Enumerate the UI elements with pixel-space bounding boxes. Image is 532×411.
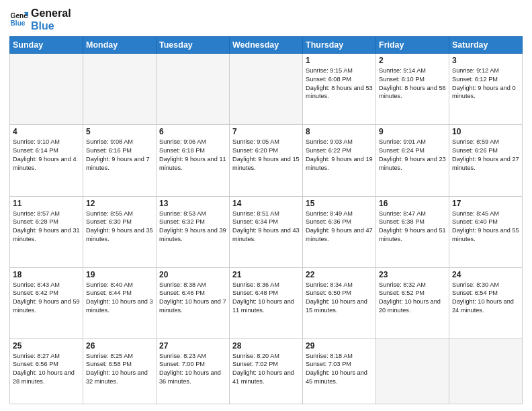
day-info: Sunrise: 8:43 AM Sunset: 6:42 PM Dayligh… (13, 281, 80, 315)
day-number: 14 (232, 199, 300, 208)
calendar-header-row: Sunday Monday Tuesday Wednesday Thursday… (10, 37, 523, 54)
day-info: Sunrise: 8:20 AM Sunset: 7:02 PM Dayligh… (232, 352, 300, 386)
table-row: 14Sunrise: 8:51 AM Sunset: 6:34 PM Dayli… (230, 196, 303, 267)
table-row: 16Sunrise: 8:47 AM Sunset: 6:38 PM Dayli… (376, 196, 449, 267)
day-number: 3 (452, 56, 519, 65)
day-number: 15 (306, 199, 373, 208)
col-wednesday: Wednesday (230, 37, 303, 54)
day-number: 11 (13, 199, 80, 208)
logo-blue: Blue (31, 19, 71, 32)
day-number: 23 (379, 270, 446, 279)
day-info: Sunrise: 8:25 AM Sunset: 6:58 PM Dayligh… (86, 352, 153, 386)
day-number: 2 (379, 56, 446, 65)
day-info: Sunrise: 8:55 AM Sunset: 6:30 PM Dayligh… (86, 210, 153, 244)
day-number: 1 (306, 56, 373, 65)
table-row: 1Sunrise: 9:15 AM Sunset: 6:08 PM Daylig… (303, 54, 376, 125)
table-row: 25Sunrise: 8:27 AM Sunset: 6:56 PM Dayli… (10, 338, 83, 404)
day-info: Sunrise: 8:38 AM Sunset: 6:46 PM Dayligh… (159, 281, 226, 315)
day-info: Sunrise: 8:30 AM Sunset: 6:54 PM Dayligh… (452, 281, 519, 315)
day-number: 17 (452, 199, 519, 208)
logo-general: General (31, 7, 71, 19)
table-row: 27Sunrise: 8:23 AM Sunset: 7:00 PM Dayli… (157, 338, 230, 404)
day-info: Sunrise: 8:57 AM Sunset: 6:28 PM Dayligh… (13, 210, 80, 244)
day-number: 27 (159, 341, 226, 351)
table-row (83, 54, 157, 125)
table-row: 7Sunrise: 9:05 AM Sunset: 6:20 PM Daylig… (230, 125, 303, 196)
table-row (10, 54, 83, 125)
col-saturday: Saturday (449, 37, 523, 54)
day-number: 5 (86, 127, 153, 136)
day-number: 24 (452, 270, 519, 279)
day-info: Sunrise: 8:47 AM Sunset: 6:38 PM Dayligh… (379, 210, 446, 244)
table-row (376, 338, 449, 404)
day-number: 21 (232, 270, 300, 279)
day-number: 20 (159, 270, 226, 279)
table-row: 3Sunrise: 9:12 AM Sunset: 6:12 PM Daylig… (449, 54, 523, 125)
table-row: 22Sunrise: 8:34 AM Sunset: 6:50 PM Dayli… (303, 267, 376, 338)
day-number: 18 (13, 270, 80, 279)
table-row: 28Sunrise: 8:20 AM Sunset: 7:02 PM Dayli… (230, 338, 303, 404)
table-row: 24Sunrise: 8:30 AM Sunset: 6:54 PM Dayli… (449, 267, 523, 338)
day-number: 6 (159, 127, 226, 136)
day-info: Sunrise: 9:12 AM Sunset: 6:12 PM Dayligh… (452, 66, 519, 101)
table-row: 18Sunrise: 8:43 AM Sunset: 6:42 PM Dayli… (10, 267, 83, 338)
table-row: 15Sunrise: 8:49 AM Sunset: 6:36 PM Dayli… (303, 196, 376, 267)
table-row: 9Sunrise: 9:01 AM Sunset: 6:24 PM Daylig… (376, 125, 449, 196)
day-number: 28 (232, 341, 300, 351)
day-info: Sunrise: 8:53 AM Sunset: 6:32 PM Dayligh… (159, 210, 226, 244)
logo: General Blue General Blue (9, 7, 71, 32)
day-number: 9 (379, 127, 446, 136)
table-row: 21Sunrise: 8:36 AM Sunset: 6:48 PM Dayli… (230, 267, 303, 338)
day-number: 26 (86, 341, 153, 351)
day-number: 12 (86, 199, 153, 208)
day-info: Sunrise: 9:03 AM Sunset: 6:22 PM Dayligh… (306, 138, 373, 172)
day-number: 16 (379, 199, 446, 208)
table-row: 13Sunrise: 8:53 AM Sunset: 6:32 PM Dayli… (157, 196, 230, 267)
table-row: 23Sunrise: 8:32 AM Sunset: 6:52 PM Dayli… (376, 267, 449, 338)
table-row (449, 338, 523, 404)
day-info: Sunrise: 8:40 AM Sunset: 6:44 PM Dayligh… (86, 281, 153, 315)
table-row: 29Sunrise: 8:18 AM Sunset: 7:03 PM Dayli… (303, 338, 376, 404)
table-row: 26Sunrise: 8:25 AM Sunset: 6:58 PM Dayli… (83, 338, 157, 404)
svg-text:Blue: Blue (11, 20, 26, 28)
day-number: 25 (13, 341, 80, 351)
day-info: Sunrise: 8:59 AM Sunset: 6:26 PM Dayligh… (452, 138, 519, 172)
header: General Blue General Blue (9, 7, 523, 32)
day-info: Sunrise: 8:23 AM Sunset: 7:00 PM Dayligh… (159, 352, 226, 386)
day-number: 19 (86, 270, 153, 279)
page: General Blue General Blue Sunday Monday … (0, 0, 532, 411)
day-number: 7 (232, 127, 300, 136)
table-row: 20Sunrise: 8:38 AM Sunset: 6:46 PM Dayli… (157, 267, 230, 338)
calendar: Sunday Monday Tuesday Wednesday Thursday… (9, 36, 523, 404)
day-info: Sunrise: 8:27 AM Sunset: 6:56 PM Dayligh… (13, 352, 80, 386)
day-info: Sunrise: 9:15 AM Sunset: 6:08 PM Dayligh… (306, 66, 373, 101)
day-info: Sunrise: 9:05 AM Sunset: 6:20 PM Dayligh… (232, 138, 300, 172)
table-row (230, 54, 303, 125)
col-tuesday: Tuesday (157, 37, 230, 54)
day-number: 10 (452, 127, 519, 136)
day-info: Sunrise: 9:06 AM Sunset: 6:18 PM Dayligh… (159, 138, 226, 172)
col-thursday: Thursday (303, 37, 376, 54)
day-info: Sunrise: 8:45 AM Sunset: 6:40 PM Dayligh… (452, 210, 519, 244)
col-sunday: Sunday (10, 37, 83, 54)
day-number: 8 (306, 127, 373, 136)
day-number: 29 (306, 341, 373, 351)
day-info: Sunrise: 8:32 AM Sunset: 6:52 PM Dayligh… (379, 281, 446, 315)
day-info: Sunrise: 8:34 AM Sunset: 6:50 PM Dayligh… (306, 281, 373, 315)
day-info: Sunrise: 8:18 AM Sunset: 7:03 PM Dayligh… (306, 352, 373, 386)
table-row: 19Sunrise: 8:40 AM Sunset: 6:44 PM Dayli… (83, 267, 157, 338)
col-monday: Monday (83, 37, 157, 54)
table-row: 17Sunrise: 8:45 AM Sunset: 6:40 PM Dayli… (449, 196, 523, 267)
day-number: 22 (306, 270, 373, 279)
table-row: 4Sunrise: 9:10 AM Sunset: 6:14 PM Daylig… (10, 125, 83, 196)
day-info: Sunrise: 9:01 AM Sunset: 6:24 PM Dayligh… (379, 138, 446, 172)
day-info: Sunrise: 8:49 AM Sunset: 6:36 PM Dayligh… (306, 210, 373, 244)
col-friday: Friday (376, 37, 449, 54)
table-row: 2Sunrise: 9:14 AM Sunset: 6:10 PM Daylig… (376, 54, 449, 125)
day-info: Sunrise: 8:36 AM Sunset: 6:48 PM Dayligh… (232, 281, 300, 315)
day-info: Sunrise: 9:10 AM Sunset: 6:14 PM Dayligh… (13, 138, 80, 172)
table-row: 12Sunrise: 8:55 AM Sunset: 6:30 PM Dayli… (83, 196, 157, 267)
day-info: Sunrise: 8:51 AM Sunset: 6:34 PM Dayligh… (232, 210, 300, 244)
table-row: 6Sunrise: 9:06 AM Sunset: 6:18 PM Daylig… (157, 125, 230, 196)
day-info: Sunrise: 9:14 AM Sunset: 6:10 PM Dayligh… (379, 66, 446, 101)
